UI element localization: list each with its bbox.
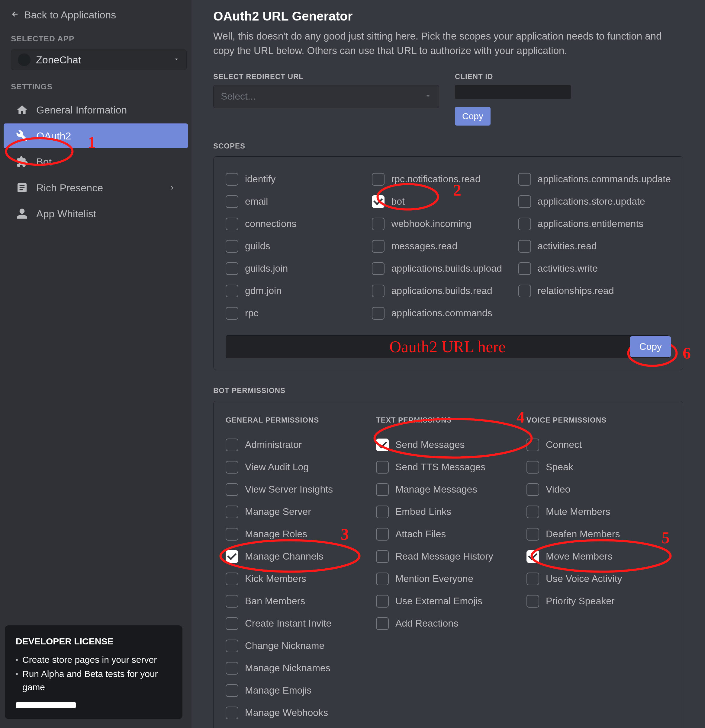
check-label: View Audit Log [245,461,309,473]
perm-ban-members[interactable]: Ban Members [226,590,370,612]
scope-rpc[interactable]: rpc [226,302,366,325]
perm-connect[interactable]: Connect [527,434,671,456]
perm-manage-channels[interactable]: Manage Channels [226,545,370,568]
scope-applications-store-update[interactable]: applications.store.update [518,191,671,213]
checkbox-icon [226,617,238,630]
scope-guilds[interactable]: guilds [226,235,366,257]
perm-deafen-members[interactable]: Deafen Members [527,523,671,545]
scope-applications-builds-upload[interactable]: applications.builds.upload [372,257,512,280]
check-label: applications.commands [391,308,492,319]
check-label: applications.builds.upload [391,263,502,274]
check-label: Connect [546,439,582,450]
check-label: Video [546,484,570,495]
scope-gdm-join[interactable]: gdm.join [226,280,366,302]
scope-messages-read[interactable]: messages.read [372,235,512,257]
perm-manage-server[interactable]: Manage Server [226,501,370,523]
oauth-url-copy-button[interactable]: Copy [630,336,671,357]
wrench-icon [16,130,28,142]
scope-applications-entitlements[interactable]: applications.entitlements [518,213,671,235]
back-to-applications-link[interactable]: Back to Applications [11,9,187,21]
perm-mute-members[interactable]: Mute Members [527,501,671,523]
bot-permissions-label: BOT PERMISSIONS [213,386,683,395]
check-label: webhook.incoming [391,218,471,230]
checkbox-icon [518,218,531,230]
scope-activities-write[interactable]: activities.write [518,257,671,280]
check-label: Kick Members [245,573,306,584]
checkbox-icon [376,461,389,474]
scope-activities-read[interactable]: activities.read [518,235,671,257]
checkbox-icon [226,307,238,320]
checkbox-icon [372,218,385,230]
scope-guilds-join[interactable]: guilds.join [226,257,366,280]
perm-move-members[interactable]: Move Members [527,545,671,568]
perm-view-server-insights[interactable]: View Server Insights [226,478,370,501]
perm-speak[interactable]: Speak [527,456,671,478]
checkbox-icon [518,195,531,208]
checkbox-icon [372,173,385,186]
perm-attach-files[interactable]: Attach Files [376,523,520,545]
perm-change-nickname[interactable]: Change Nickname [226,635,370,657]
perm-view-channels[interactable]: View Channels [226,724,370,728]
check-label: Use External Emojis [395,595,482,607]
license-bullet: Create store pages in your server [16,653,172,666]
perm-view-audit-log[interactable]: View Audit Log [226,456,370,478]
back-label: Back to Applications [24,9,116,21]
perm-send-messages[interactable]: Send Messages [376,434,520,456]
sidebar-item-rich[interactable]: Rich Presence [4,175,188,200]
puzzle-icon [16,155,28,168]
scope-applications-builds-read[interactable]: applications.builds.read [372,280,512,302]
perm-manage-emojis[interactable]: Manage Emojis [226,679,370,702]
checkbox-icon [527,439,539,451]
perm-manage-messages[interactable]: Manage Messages [376,478,520,501]
redirect-url-select[interactable]: Select... [213,85,439,108]
perm-manage-roles[interactable]: Manage Roles [226,523,370,545]
sidebar-item-oauth2[interactable]: OAuth2 [4,123,188,148]
check-label: email [245,196,268,207]
perm-kick-members[interactable]: Kick Members [226,568,370,590]
checkbox-icon [226,218,238,230]
sidebar-item-whitelist[interactable]: App Whitelist [4,201,188,226]
scopes-panel: identifyemailconnectionsguildsguilds.joi… [213,156,683,370]
check-label: Manage Nicknames [245,663,330,674]
perm-priority-speaker[interactable]: Priority Speaker [527,590,671,612]
check-label: guilds [245,241,270,252]
check-label: guilds.join [245,263,288,274]
license-cta-button[interactable] [16,702,76,708]
perm-mention-everyone[interactable]: Mention Everyone [376,568,520,590]
scope-webhook-incoming[interactable]: webhook.incoming [372,213,512,235]
perm-send-tts-messages[interactable]: Send TTS Messages [376,456,520,478]
scope-applications-commands-update[interactable]: applications.commands.update [518,168,671,191]
app-selector-dropdown[interactable]: ZoneChat [11,49,187,70]
perm-manage-nicknames[interactable]: Manage Nicknames [226,657,370,679]
perm-manage-webhooks[interactable]: Manage Webhooks [226,702,370,724]
perm-read-message-history[interactable]: Read Message History [376,545,520,568]
checkbox-icon [372,195,385,208]
perm-embed-links[interactable]: Embed Links [376,501,520,523]
sidebar-item-general[interactable]: General Information [4,97,188,122]
perm-add-reactions[interactable]: Add Reactions [376,612,520,635]
scope-email[interactable]: email [226,191,366,213]
scope-rpc-notifications-read[interactable]: rpc.notifications.read [372,168,512,191]
checkbox-icon [518,173,531,186]
scope-applications-commands[interactable]: applications.commands [372,302,512,325]
perm-use-voice-activity[interactable]: Use Voice Activity [527,568,671,590]
developer-license-card: DEVELOPER LICENSE Create store pages in … [5,625,182,719]
checkbox-icon [527,506,539,518]
perm-administrator[interactable]: Administrator [226,434,370,456]
checkbox-icon [226,706,238,719]
scope-bot[interactable]: bot [372,191,512,213]
sidebar-item-bot[interactable]: Bot [4,149,188,174]
oauth-url-box[interactable]: Oauth2 URL here [226,335,669,358]
selected-app-name: ZoneChat [36,54,168,66]
checkbox-icon [376,506,389,518]
client-id-copy-button[interactable]: Copy [455,107,491,126]
perm-use-external-emojis[interactable]: Use External Emojis [376,590,520,612]
arrow-left-icon [11,9,19,21]
perm-create-instant-invite[interactable]: Create Instant Invite [226,612,370,635]
check-label: applications.commands.update [538,173,671,185]
scope-connections[interactable]: connections [226,213,366,235]
scope-relationships-read[interactable]: relationships.read [518,280,671,302]
scope-identify[interactable]: identify [226,168,366,191]
chevron-down-icon [424,91,431,102]
perm-video[interactable]: Video [527,478,671,501]
